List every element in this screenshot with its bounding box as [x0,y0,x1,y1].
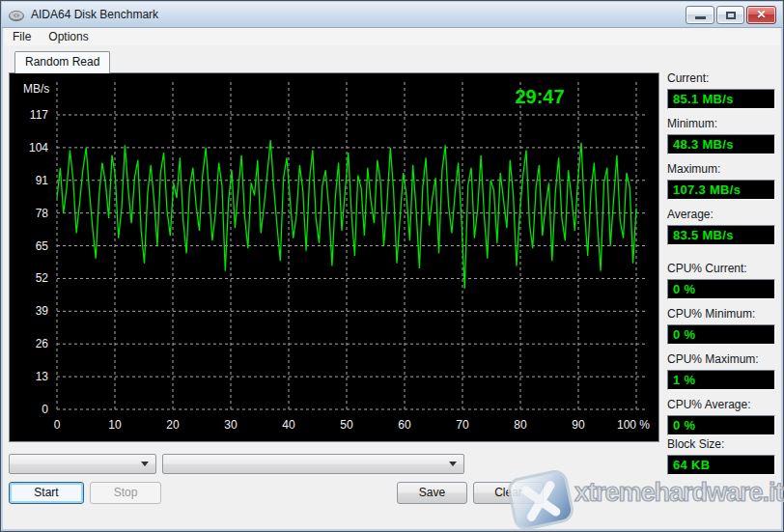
tab-random-read[interactable]: Random Read [14,51,110,73]
y-axis-unit-label: MB/s [23,82,49,96]
stat-cpu-current: CPU% Current: 0 % [667,261,775,299]
x-tick-label: 10 [108,418,122,432]
close-button[interactable]: ✕ [746,6,776,24]
stat-label: CPU% Average: [667,397,775,412]
stat-average: Average: 83.5 MB/s [667,207,775,245]
maximize-button[interactable] [716,6,744,24]
stat-maximum: Maximum: 107.3 MB/s [667,161,775,200]
stat-label: CPU% Maximum: [667,351,775,367]
stat-label: Maximum: [667,161,775,177]
menu-bar: File Options [4,28,780,45]
spacer [667,252,775,261]
clear-button[interactable]: Clear [473,482,544,504]
x-tick-label: 40 [282,418,295,432]
stat-value: 0 % [667,279,775,299]
stat-value: 1 % [667,370,775,390]
y-tick-label: 52 [36,271,49,285]
stat-current: Current: 85.1 MB/s [667,70,775,109]
y-tick-label: 39 [36,304,49,318]
app-window: AIDA64 Disk Benchmark ✕ File Options Ran… [0,0,784,532]
chart-canvas: 1171049178655239261300102030405060708090… [10,73,658,441]
x-tick-label: 0 [54,418,61,432]
minimize-icon [695,16,706,19]
stat-label: Average: [667,207,775,222]
stat-value: 83.5 MB/s [667,225,775,245]
stat-label: CPU% Minimum: [667,306,775,322]
stat-value: 48.3 MB/s [667,134,775,154]
stat-block-size: Block Size: 64 KB [667,436,775,475]
stat-minimum: Minimum: 48.3 MB/s [667,116,775,154]
stop-button[interactable]: Stop [90,482,161,504]
chevron-down-icon [449,462,457,466]
x-tick-label: 20 [166,418,180,432]
y-tick-label: 0 [42,403,48,416]
stat-cpu-minimum: CPU% Minimum: 0 % [667,306,775,345]
save-button[interactable]: Save [397,482,467,504]
menu-options[interactable]: Options [40,28,97,45]
x-tick-label: 90 [572,418,585,432]
benchmark-chart: 1171049178655239261300102030405060708090… [9,72,659,442]
stat-value: 0 % [667,324,775,345]
drive-select[interactable]: Disk Drive #0 [SAMSUNG HD154UI] (1397.3 … [162,454,464,474]
title-bar: AIDA64 Disk Benchmark ✕ [2,2,782,28]
x-tick-label: 50 [340,418,353,432]
maximize-icon [726,12,736,19]
y-tick-label: 117 [30,108,48,122]
x-tick-label: 60 [398,418,411,432]
stat-value: 85.1 MB/s [667,89,775,109]
elapsed-time-label: 29:47 [515,86,564,107]
minimize-button[interactable] [686,6,714,24]
stats-panel: Current: 85.1 MB/s Minimum: 48.3 MB/s Ma… [667,70,775,482]
stat-label: Block Size: [667,436,775,452]
y-tick-label: 78 [36,207,49,220]
y-tick-label: 13 [36,370,49,383]
x-tick-label: 80 [514,418,527,432]
test-type-select[interactable]: Random Read [9,454,156,474]
y-tick-label: 104 [29,141,48,154]
watermark-text: xtremehardware.it [574,478,784,508]
stat-label: Current: [667,70,775,86]
x-tick-label: 70 [456,418,469,432]
stat-value: 107.3 MB/s [667,180,775,200]
chevron-down-icon [141,462,149,466]
throughput-line [57,140,636,289]
window-title: AIDA64 Disk Benchmark [31,8,158,21]
stat-cpu-average: CPU% Average: 0 % [667,397,775,435]
y-tick-label: 91 [36,174,49,187]
stat-label: CPU% Current: [667,261,775,276]
x-tick-label: 100 % [617,418,650,432]
menu-file[interactable]: File [4,28,40,45]
stat-value: 64 KB [667,455,775,475]
start-button[interactable]: Start [9,482,84,504]
y-tick-label: 65 [36,239,49,253]
app-disk-icon [9,8,24,23]
stat-label: Minimum: [667,116,775,131]
y-tick-label: 26 [36,337,49,350]
close-icon: ✕ [747,7,775,23]
x-tick-label: 30 [224,418,238,432]
stat-value: 0 % [667,415,775,435]
stat-cpu-maximum: CPU% Maximum: 1 % [667,351,775,390]
